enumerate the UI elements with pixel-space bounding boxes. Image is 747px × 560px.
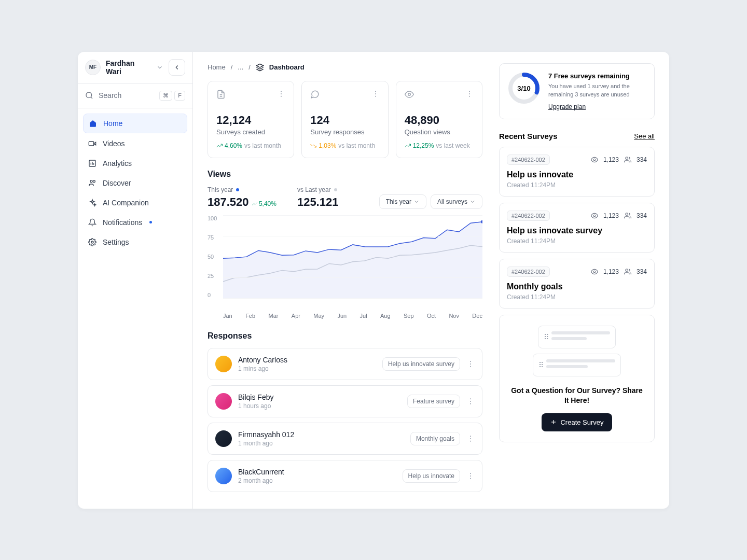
stats-row: 12,124 Surveys created 4,60% vs last mon…: [208, 81, 482, 158]
svg-point-32: [470, 438, 471, 439]
svg-point-44: [626, 269, 628, 271]
eye-icon: [591, 156, 598, 163]
stat-question-views: 48,890 Question views 12,25% vs last wee…: [396, 81, 482, 158]
response-item[interactable]: Firmnasyahh 0121 month ago Monthly goals: [208, 423, 482, 455]
eye-icon: [591, 212, 598, 219]
more-icon[interactable]: [466, 435, 475, 443]
views-header: This year 187.520 5,40% vs Last year 125…: [208, 186, 482, 209]
trend: 4,60% vs last month: [216, 142, 285, 149]
collapse-sidebar-button[interactable]: [169, 59, 185, 76]
survey-tag: Feature survey: [407, 395, 460, 408]
response-item[interactable]: Bilqis Feby1 hours ago Feature survey: [208, 385, 482, 417]
home-icon: [89, 119, 97, 128]
views-chart: 100 75 50 25 0: [208, 215, 482, 309]
more-icon[interactable]: [371, 90, 380, 98]
avatar: MF: [85, 60, 101, 75]
svg-point-10: [91, 241, 93, 243]
chevron-down-icon: [469, 199, 476, 205]
recent-title: Recent Surveys: [499, 132, 558, 141]
document-icon: [216, 90, 226, 99]
nav: Home Videos Analytics Discover AI Compan…: [78, 108, 192, 258]
survey-card[interactable]: #240622-002 1,123 334 Help us innovate C…: [499, 147, 655, 197]
users-icon: [624, 212, 631, 219]
recent-header: Recent Surveys See all: [499, 132, 655, 141]
search-shortcut: ⌘ F: [159, 91, 185, 101]
sidebar: MF Fardhan Wari Search ⌘ F Home Videos A…: [78, 52, 193, 509]
trend-up-icon: [405, 143, 411, 149]
nav-notifications[interactable]: Notifications: [83, 213, 187, 232]
more-icon[interactable]: [465, 90, 474, 98]
svg-point-43: [593, 271, 596, 273]
survey-tag: Help us innovate: [403, 469, 460, 483]
layers-icon: [256, 63, 264, 72]
response-item[interactable]: Antony Carloss1 mins ago Help us innovat…: [208, 348, 482, 380]
svg-point-35: [470, 475, 471, 477]
more-icon[interactable]: [277, 90, 285, 98]
nav-videos[interactable]: Videos: [83, 134, 187, 153]
create-survey-button[interactable]: Create Survey: [542, 413, 612, 431]
breadcrumb-home[interactable]: Home: [208, 63, 226, 71]
breadcrumb-dots[interactable]: ...: [238, 63, 243, 71]
quota-card: 3/10 7 Free surveys remaining You have u…: [499, 63, 655, 119]
stat-surveys-created: 12,124 Surveys created 4,60% vs last mon…: [208, 81, 294, 158]
dot-icon: [334, 188, 337, 191]
response-item[interactable]: BlackCunrrent2 month ago Help us innovat…: [208, 460, 482, 492]
svg-point-16: [281, 95, 282, 96]
avatar: [215, 393, 232, 410]
chevron-down-icon: [413, 199, 420, 205]
svg-point-9: [93, 180, 95, 182]
survey-card[interactable]: #240622-002 1,123 334 Help us innovate s…: [499, 203, 655, 253]
survey-card[interactable]: #240622-002 1,123 334 Monthly goals Crea…: [499, 259, 655, 309]
more-icon[interactable]: [466, 472, 475, 480]
filter-surveys[interactable]: All surveys: [431, 194, 482, 209]
breadcrumb: Home / ... / Dashboard: [208, 63, 482, 72]
nav-ai-companion[interactable]: AI Companion: [83, 193, 187, 212]
nav-settings[interactable]: Settings: [83, 233, 187, 251]
trend-down-icon: [310, 143, 316, 149]
responses-list: Antony Carloss1 mins ago Help us innovat…: [208, 348, 482, 492]
more-icon[interactable]: [466, 397, 475, 405]
video-icon: [88, 139, 96, 148]
trend: 12,25% vs last week: [405, 142, 474, 149]
y-axis: 100 75 50 25 0: [208, 215, 217, 298]
svg-point-41: [593, 215, 596, 217]
user-menu[interactable]: MF Fardhan Wari: [78, 52, 192, 83]
responses-title: Responses: [208, 331, 482, 341]
svg-point-17: [375, 91, 376, 92]
right-column: 3/10 7 Free surveys remaining You have u…: [499, 63, 655, 497]
cta-card: ⠿ ⠿ Got a Question for Our Survey? Share…: [499, 315, 655, 442]
chevron-left-icon: [173, 64, 181, 71]
sparkle-icon: [88, 199, 96, 207]
filter-period[interactable]: This year: [379, 194, 426, 209]
nav-analytics[interactable]: Analytics: [83, 154, 187, 173]
svg-point-21: [469, 91, 470, 92]
avatar: [215, 468, 232, 484]
more-icon[interactable]: [466, 360, 475, 368]
svg-point-27: [470, 366, 471, 367]
svg-point-42: [626, 213, 628, 215]
nav-home[interactable]: Home: [83, 114, 187, 133]
svg-point-34: [470, 473, 471, 474]
gear-icon: [88, 238, 96, 246]
svg-point-18: [375, 93, 376, 94]
app-frame: MF Fardhan Wari Search ⌘ F Home Videos A…: [78, 52, 669, 509]
upgrade-plan-link[interactable]: Upgrade plan: [548, 103, 646, 110]
search-placeholder: Search: [99, 91, 154, 100]
svg-point-8: [90, 180, 92, 182]
bell-icon: [88, 218, 96, 227]
eye-icon: [405, 90, 414, 99]
chevron-down-icon: [156, 64, 163, 71]
svg-point-30: [470, 403, 471, 404]
analytics-icon: [88, 159, 96, 167]
nav-discover[interactable]: Discover: [83, 174, 187, 192]
svg-point-20: [408, 93, 410, 95]
main: Home / ... / Dashboard 12,124 Surveys cr…: [193, 52, 669, 509]
avatar: [215, 356, 232, 372]
svg-point-25: [470, 361, 471, 362]
x-axis: JanFebMarAprMayJunJulAugSepOctNovDec: [223, 313, 482, 319]
see-all-link[interactable]: See all: [634, 132, 655, 140]
chart-plot-area: [223, 215, 482, 298]
search-input[interactable]: Search ⌘ F: [78, 83, 192, 108]
svg-point-31: [470, 436, 471, 437]
survey-tag: Help us innovate survey: [382, 357, 460, 371]
